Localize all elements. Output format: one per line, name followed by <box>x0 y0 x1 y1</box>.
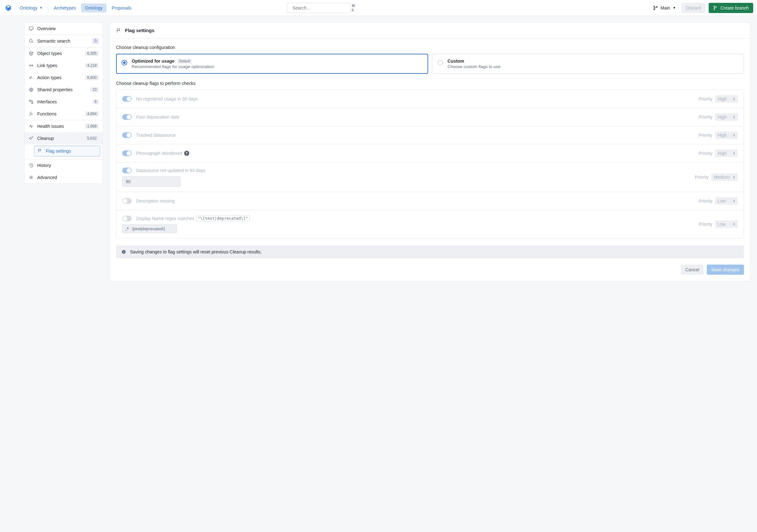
priority-label: Priority <box>698 114 712 120</box>
count-badge: 23 <box>90 87 99 92</box>
priority-select[interactable]: High ▲▼ <box>715 95 738 103</box>
default-tag: Default <box>177 59 192 64</box>
radio-icon <box>437 60 443 66</box>
radio-icon <box>122 60 127 66</box>
count-badge: 1,969 <box>85 124 99 129</box>
experiment-badge <box>92 38 99 44</box>
config-card-custom[interactable]: Custom Choose custom flags to use <box>432 54 744 74</box>
regex-input[interactable] <box>131 226 186 231</box>
sidebar-item-functions[interactable]: fx Functions 4,694 <box>24 108 103 120</box>
sidebar-item-label: Overview <box>37 26 99 31</box>
tab-ontology[interactable]: Ontology <box>81 4 106 13</box>
priority-select[interactable]: High ▲▼ <box>715 149 738 157</box>
branch-dropdown[interactable]: Main ▼ <box>651 4 679 13</box>
sidebar-subitem-flag-settings[interactable]: Flag settings <box>34 146 100 157</box>
sidebar-item-interfaces[interactable]: Interfaces 6 <box>24 96 103 108</box>
flags-panel: No registered usage in 30 days Priority … <box>116 90 744 239</box>
regex-icon: .* <box>126 226 129 231</box>
count-badge: 6 <box>92 99 99 104</box>
app-header: Ontology ▼ Archetypes Ontology Proposals… <box>0 0 757 16</box>
flag-row: Datasource not updated in 90 days ▲ ▼ <box>116 163 743 192</box>
app-logo <box>4 4 13 13</box>
flag-label: Past deprecation date <box>136 114 179 120</box>
days-input-wrap[interactable]: ▲ ▼ <box>122 176 181 187</box>
regex-input-wrap[interactable]: .* <box>122 224 177 233</box>
sidebar-item-object-types[interactable]: Object types 6,305 <box>24 47 103 59</box>
sidebar-item-label: Action types <box>37 75 82 80</box>
svg-rect-12 <box>30 100 31 102</box>
config-section-label: Choose cleanup configuration <box>116 45 744 50</box>
sidebar-item-label: History <box>37 163 99 168</box>
search-input[interactable] <box>292 5 348 11</box>
create-branch-button[interactable]: Create branch <box>709 3 753 13</box>
cube-icon <box>28 50 34 56</box>
config-card-optimized[interactable]: Optimized for usage Default Recommended … <box>116 54 428 74</box>
flag-label: Datasource not updated in 90 days <box>136 168 205 173</box>
save-changes-button[interactable]: Save changes <box>707 265 744 275</box>
callout-text: Saving changes to flag settings will res… <box>130 249 262 254</box>
sidebar-item-link-types[interactable]: Link types 4,218 <box>24 59 103 72</box>
flag-toggle[interactable] <box>122 216 132 221</box>
info-icon <box>121 249 126 254</box>
cancel-button[interactable]: Cancel <box>681 265 704 275</box>
config-card-title: Optimized for usage <box>132 59 175 64</box>
sidebar-item-history[interactable]: History <box>24 159 103 171</box>
branch-icon <box>653 5 658 11</box>
function-icon: fx <box>28 111 34 117</box>
sidebar-item-overview[interactable]: Overview <box>24 22 103 35</box>
flag-toggle[interactable] <box>122 132 132 138</box>
flag-row: Description missing Priority Low ▲▼ <box>116 192 743 210</box>
interface-icon <box>28 99 34 104</box>
sidebar-item-label: Object types <box>37 51 82 56</box>
tab-archetypes[interactable]: Archetypes <box>50 4 80 13</box>
tab-proposals[interactable]: Proposals <box>108 4 135 13</box>
count-badge: 5,632 <box>85 136 99 141</box>
flag-toggle[interactable] <box>122 167 132 173</box>
sidebar-item-shared-properties[interactable]: Shared properties 23 <box>24 84 103 96</box>
sidebar-item-label: Functions <box>37 111 82 116</box>
flag-label: Description missing <box>136 198 175 203</box>
sidebar-item-cleanup[interactable]: Cleanup 5,632 <box>24 132 103 144</box>
help-icon[interactable]: ? <box>184 151 189 156</box>
branch-icon <box>713 5 718 10</box>
priority-select[interactable]: Low ▲▼ <box>715 197 738 205</box>
chevron-down-icon: ▼ <box>40 6 43 10</box>
config-card-desc: Choose custom flags to use <box>447 64 500 69</box>
sidebar-item-semantic-search[interactable]: Semantic search <box>24 35 103 47</box>
sort-icon: ▲▼ <box>733 152 735 155</box>
search-globe-icon <box>28 38 34 44</box>
monitor-icon <box>28 26 34 32</box>
priority-select[interactable]: Medium ▲▼ <box>711 173 738 181</box>
discard-button[interactable]: Discard <box>681 3 706 13</box>
priority-select[interactable]: Low ▲▼ <box>715 221 738 228</box>
search-input-wrap[interactable]: ⌘ K <box>287 3 350 13</box>
count-badge: 6,305 <box>85 51 99 56</box>
priority-select[interactable]: High ▲▼ <box>715 113 738 121</box>
days-input[interactable] <box>122 177 181 186</box>
flag-icon <box>116 28 121 33</box>
regex-tag: "\[test|deprecated\]" <box>196 215 250 221</box>
priority-label: Priority <box>698 222 712 227</box>
sort-icon: ▲▼ <box>733 176 735 179</box>
priority-label: Priority <box>698 133 712 138</box>
workspace-dropdown[interactable]: Ontology ▼ <box>16 4 46 13</box>
flag-toggle[interactable] <box>122 96 132 102</box>
pulse-icon <box>28 123 34 129</box>
flag-toggle[interactable] <box>122 150 132 156</box>
search-shortcut: ⌘ K <box>350 3 356 13</box>
flag-toggle[interactable] <box>122 114 132 120</box>
priority-select[interactable]: High ▲▼ <box>715 131 738 139</box>
priority-label: Priority <box>698 151 712 156</box>
sidebar-item-label: Advanced <box>37 175 99 180</box>
sidebar-item-action-types[interactable]: Action types 6,600 <box>24 72 103 84</box>
flag-toggle[interactable] <box>122 198 132 204</box>
svg-point-2 <box>653 6 654 7</box>
sidebar-item-advanced[interactable]: Advanced <box>24 171 103 184</box>
svg-rect-7 <box>29 27 33 30</box>
flag-label: No registered usage in 30 days <box>136 96 198 102</box>
config-card-desc: Recommended flags for usage optimization <box>132 64 214 69</box>
svg-line-10 <box>32 42 33 43</box>
sidebar-item-health-issues[interactable]: Health issues 1,969 <box>24 120 103 132</box>
page-title: Flag settings <box>125 28 155 33</box>
svg-rect-16 <box>123 251 124 253</box>
